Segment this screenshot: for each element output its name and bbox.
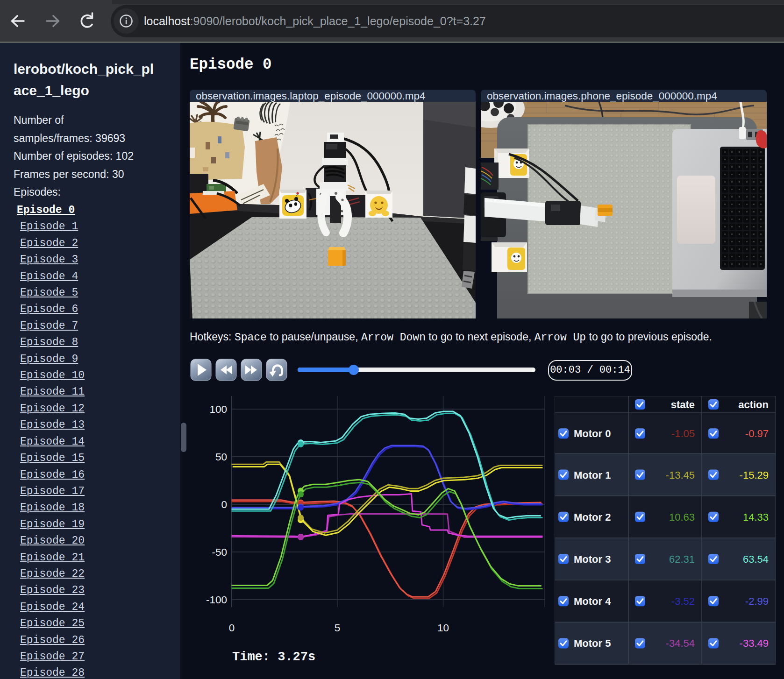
svg-text:Motor 3: Motor 3: [574, 553, 611, 565]
svg-text:62.31: 62.31: [669, 553, 695, 565]
svg-text:-50: -50: [212, 546, 227, 558]
svg-text:Motor 1: Motor 1: [574, 469, 611, 481]
svg-text:63.54: 63.54: [743, 553, 769, 565]
svg-text:100: 100: [209, 403, 227, 415]
svg-text:0: 0: [229, 622, 235, 634]
svg-text:50: 50: [215, 451, 227, 463]
svg-text:-2.99: -2.99: [745, 595, 769, 607]
svg-text:0: 0: [221, 499, 227, 510]
svg-text:10.63: 10.63: [669, 511, 695, 523]
svg-text:-33.49: -33.49: [740, 637, 769, 649]
svg-text:state: state: [671, 399, 695, 410]
svg-text:-34.54: -34.54: [666, 637, 695, 649]
svg-text:Motor 0: Motor 0: [574, 428, 611, 439]
svg-text:5: 5: [335, 622, 341, 634]
svg-text:-1.05: -1.05: [671, 428, 695, 439]
svg-text:-100: -100: [206, 594, 227, 606]
svg-text:action: action: [738, 399, 769, 410]
svg-text:Motor 2: Motor 2: [574, 511, 611, 523]
svg-text:Motor 5: Motor 5: [574, 637, 611, 649]
svg-text:Motor 4: Motor 4: [574, 595, 611, 607]
svg-text:-3.52: -3.52: [671, 595, 695, 607]
svg-text:-15.29: -15.29: [740, 469, 769, 481]
svg-text:10: 10: [437, 622, 449, 634]
svg-text:-0.97: -0.97: [745, 428, 769, 439]
svg-text:Time: 3.27s: Time: 3.27s: [232, 650, 315, 664]
svg-text:-13.45: -13.45: [666, 469, 695, 481]
svg-text:14.33: 14.33: [743, 511, 769, 523]
